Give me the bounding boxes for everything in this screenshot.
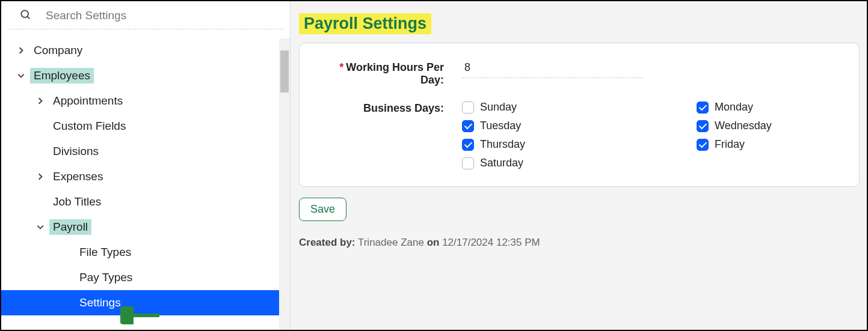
- sidebar-item-company[interactable]: Company: [1, 38, 290, 63]
- day-thursday[interactable]: Thursday: [462, 138, 600, 151]
- settings-card: *Working Hours Per Day: Business Days: S…: [299, 43, 860, 187]
- sidebar-item-expenses[interactable]: Expenses: [1, 164, 290, 189]
- sidebar-item-settings[interactable]: Settings: [1, 290, 290, 315]
- sidebar-item-employees[interactable]: Employees: [1, 63, 290, 88]
- created-on-value: 12/17/2024 12:35 PM: [442, 237, 540, 248]
- day-label: Thursday: [480, 138, 525, 151]
- sidebar-item-job-titles[interactable]: Job Titles: [1, 189, 290, 214]
- label-working-hours-text: Working Hours Per Day:: [346, 61, 444, 86]
- created-by-label: Created by:: [299, 237, 356, 248]
- label-business-days: Business Days:: [324, 101, 444, 115]
- svg-line-1: [28, 17, 30, 19]
- chevron-right-icon[interactable]: [35, 97, 46, 105]
- search-input[interactable]: [46, 9, 272, 22]
- svg-point-0: [21, 10, 28, 17]
- created-meta: Created by: Trinadee Zane on 12/17/2024 …: [299, 237, 860, 249]
- created-on-label: on: [427, 237, 440, 248]
- day-monday[interactable]: Monday: [697, 101, 835, 114]
- sidebar-item-pay-types[interactable]: Pay Types: [1, 265, 290, 290]
- day-friday[interactable]: Friday: [697, 138, 835, 151]
- settings-tree: CompanyEmployeesAppointmentsCustom Field…: [1, 38, 290, 315]
- created-by-value: Trinadee Zane: [358, 237, 424, 248]
- sidebar-item-label: Custom Fields: [49, 118, 129, 134]
- day-label: Tuesday: [480, 120, 521, 132]
- sidebar-item-label: Expenses: [49, 169, 106, 184]
- sidebar-item-label: Job Titles: [49, 194, 105, 210]
- checkbox-friday[interactable]: [697, 139, 709, 151]
- sidebar: CompanyEmployeesAppointmentsCustom Field…: [1, 1, 290, 330]
- page-title: Payroll Settings: [299, 13, 431, 34]
- sidebar-item-appointments[interactable]: Appointments: [1, 88, 290, 114]
- day-saturday[interactable]: Saturday: [462, 157, 600, 169]
- checkbox-saturday[interactable]: [462, 157, 474, 169]
- sidebar-item-label: Company: [30, 43, 86, 58]
- checkbox-sunday[interactable]: [462, 102, 474, 114]
- checkbox-wednesday[interactable]: [697, 120, 709, 132]
- chevron-down-icon[interactable]: [35, 223, 46, 231]
- day-wednesday[interactable]: Wednesday: [697, 120, 835, 132]
- row-business-days: Business Days: SundayMondayTuesdayWednes…: [324, 101, 835, 169]
- chevron-right-icon[interactable]: [16, 47, 26, 54]
- sidebar-item-custom-fields[interactable]: Custom Fields: [1, 114, 290, 139]
- input-working-hours[interactable]: [462, 60, 642, 78]
- sidebar-item-label: Employees: [30, 68, 94, 84]
- sidebar-item-label: Pay Types: [76, 270, 136, 285]
- day-label: Saturday: [480, 157, 523, 169]
- checkbox-monday[interactable]: [697, 102, 709, 114]
- save-button[interactable]: Save: [299, 198, 346, 221]
- sidebar-item-label: Payroll: [49, 219, 91, 235]
- checkbox-thursday[interactable]: [462, 139, 474, 151]
- scrollbar-thumb[interactable]: [280, 50, 289, 93]
- required-asterisk: *: [339, 61, 343, 73]
- day-label: Friday: [715, 138, 745, 151]
- sidebar-item-file-types[interactable]: File Types: [1, 240, 290, 265]
- chevron-down-icon[interactable]: [16, 72, 26, 79]
- day-label: Wednesday: [715, 120, 772, 132]
- checkbox-tuesday[interactable]: [462, 120, 474, 132]
- main-content: Payroll Settings *Working Hours Per Day:…: [290, 1, 867, 330]
- scrollbar[interactable]: [279, 38, 290, 330]
- sidebar-item-divisions[interactable]: Divisions: [1, 139, 290, 164]
- sidebar-item-label: File Types: [76, 244, 135, 260]
- day-label: Monday: [715, 101, 753, 114]
- day-sunday[interactable]: Sunday: [462, 101, 600, 114]
- day-label: Sunday: [480, 101, 517, 114]
- sidebar-item-label: Divisions: [49, 144, 102, 159]
- chevron-right-icon[interactable]: [35, 173, 46, 180]
- day-tuesday[interactable]: Tuesday: [462, 120, 600, 132]
- sidebar-item-label: Appointments: [49, 93, 126, 109]
- label-working-hours: *Working Hours Per Day:: [324, 60, 444, 87]
- business-days-grid: SundayMondayTuesdayWednesdayThursdayFrid…: [462, 101, 835, 169]
- search-icon: [19, 8, 31, 23]
- search-row: [7, 1, 284, 29]
- sidebar-item-payroll[interactable]: Payroll: [1, 214, 290, 240]
- sidebar-item-label: Settings: [76, 295, 125, 311]
- row-working-hours: *Working Hours Per Day:: [324, 60, 835, 87]
